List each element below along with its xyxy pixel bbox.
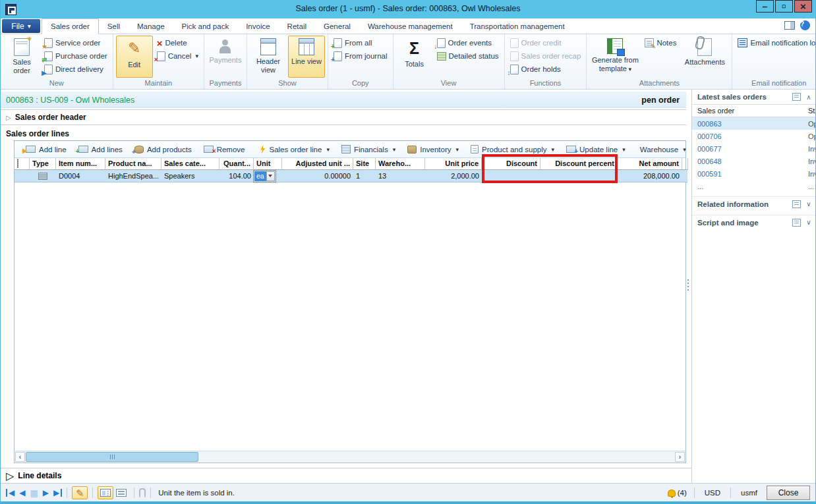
edit-button[interactable]: Edit xyxy=(116,36,153,78)
sales-order-link[interactable]: 000677 xyxy=(692,145,803,153)
column-header-adjusted-unit[interactable]: Adjusted unit ... xyxy=(282,158,353,170)
attachments-button[interactable]: Attachments xyxy=(680,36,729,78)
details-view-toggle[interactable] xyxy=(98,486,113,499)
minimize-button[interactable] xyxy=(756,0,774,13)
expand-chevron-icon[interactable] xyxy=(805,200,813,208)
latest-row[interactable]: 000648 Invo xyxy=(692,155,816,167)
latest-row[interactable]: 000706 Ope xyxy=(692,130,816,142)
notifications-bell-icon[interactable] xyxy=(668,490,676,497)
close-window-button[interactable] xyxy=(794,0,812,13)
previous-record-button[interactable] xyxy=(19,489,25,497)
header-view-button[interactable]: Header view xyxy=(250,36,287,78)
tab-warehouse-management[interactable]: Warehouse management xyxy=(359,18,461,34)
warehouse-menu[interactable]: Warehouse xyxy=(634,142,692,157)
scroll-left-button[interactable] xyxy=(15,452,25,462)
tab-sales-order[interactable]: Sales order xyxy=(42,18,99,34)
latest-row[interactable]: 000591 Invo xyxy=(692,167,816,180)
sales-order-link[interactable]: 000591 xyxy=(692,170,803,178)
grid-row-selected[interactable]: D0004 HighEndSpea... Speakers 104.00 ea … xyxy=(15,170,685,182)
related-information-header[interactable]: Related information xyxy=(692,196,816,211)
column-header-product-name[interactable]: Product na... xyxy=(105,158,161,170)
cell-adjusted-unit[interactable]: 0.00000 xyxy=(282,170,353,182)
scrollbar-thumb[interactable] xyxy=(26,452,198,462)
panel-icon[interactable] xyxy=(792,200,801,208)
latest-sales-orders-header[interactable]: Latest sales orders xyxy=(692,90,816,104)
panel-splitter-handle[interactable] xyxy=(687,279,690,291)
from-all-button[interactable]: From all xyxy=(331,36,390,49)
unit-value[interactable]: ea xyxy=(254,171,266,181)
add-lines-button[interactable]: Add lines xyxy=(73,142,129,157)
edit-mode-toggle[interactable] xyxy=(72,486,88,499)
script-and-image-header[interactable]: Script and image xyxy=(692,215,816,229)
cell-quantity[interactable]: 104.00 xyxy=(219,170,254,182)
cell-site[interactable]: 1 xyxy=(353,170,376,182)
tab-invoice[interactable]: Invoice xyxy=(237,18,278,34)
column-header-unit[interactable]: Unit xyxy=(254,158,282,170)
sales-order-line-menu[interactable]: Sales order line xyxy=(253,142,335,157)
direct-delivery-button[interactable]: Direct delivery xyxy=(42,63,110,76)
tab-sell[interactable]: Sell xyxy=(99,18,129,34)
sales-order-link[interactable]: 000863 xyxy=(692,120,803,128)
line-details-section[interactable]: Line details xyxy=(1,468,691,483)
totals-button[interactable]: Totals xyxy=(396,36,433,78)
cell-discount[interactable] xyxy=(482,170,540,182)
delete-button[interactable]: Delete xyxy=(154,36,201,49)
column-header-type[interactable]: Type xyxy=(30,158,56,170)
update-line-menu[interactable]: Update line xyxy=(560,142,631,157)
select-all-checkbox[interactable] xyxy=(17,159,18,168)
grid-view-toggle[interactable] xyxy=(113,486,129,499)
maximize-button[interactable] xyxy=(775,0,793,13)
generate-from-template-button[interactable]: Generate from template xyxy=(589,36,641,78)
company-indicator[interactable]: usmf xyxy=(736,489,763,497)
service-order-button[interactable]: Service order xyxy=(42,36,110,49)
panel-icon[interactable] xyxy=(792,219,801,227)
sales-order-link[interactable]: 000706 xyxy=(692,132,803,140)
cell-net-amount[interactable]: 208,000.00 xyxy=(618,170,682,182)
help-icon[interactable] xyxy=(800,20,810,30)
product-and-supply-menu[interactable]: Product and supply xyxy=(465,142,560,157)
add-line-button[interactable]: Add line xyxy=(20,142,73,157)
purchase-order-button[interactable]: Purchase order xyxy=(42,49,110,63)
unit-combobox[interactable]: ea xyxy=(254,171,275,181)
tab-retail[interactable]: Retail xyxy=(279,18,315,34)
grid-horizontal-scrollbar[interactable] xyxy=(15,451,685,462)
cell-unit[interactable]: ea xyxy=(254,170,282,182)
cancel-button[interactable]: Cancel xyxy=(154,49,201,63)
column-header-sales-category[interactable]: Sales cate... xyxy=(161,158,219,170)
notes-button[interactable]: Notes xyxy=(642,36,679,49)
column-header-unit-price[interactable]: Unit price xyxy=(425,158,482,170)
column-header-discount-percent[interactable]: Discount percent xyxy=(540,158,618,170)
order-holds-button[interactable]: Order holds xyxy=(508,63,584,76)
latest-row-more[interactable]: ... ... xyxy=(692,180,816,192)
inventory-menu[interactable]: Inventory xyxy=(401,142,465,157)
first-record-button[interactable] xyxy=(6,489,15,497)
expander-icon[interactable] xyxy=(6,114,11,121)
detailed-status-button[interactable]: Detailed status xyxy=(434,49,502,63)
column-header-site[interactable]: Site xyxy=(353,158,376,170)
panel-icon[interactable] xyxy=(792,93,801,101)
close-form-button[interactable]: Close xyxy=(767,486,810,500)
latest-row[interactable]: 000863 Ope xyxy=(692,117,816,130)
remove-button[interactable]: Remove xyxy=(198,142,251,157)
next-record-button[interactable] xyxy=(43,489,49,497)
attachment-status-icon[interactable] xyxy=(139,488,146,497)
financials-menu[interactable]: Financials xyxy=(335,142,401,157)
cell-product-name[interactable]: HighEndSpea... xyxy=(105,170,161,182)
cell-warehouse[interactable]: 13 xyxy=(376,170,425,182)
notification-count[interactable]: (4) xyxy=(678,489,687,497)
sales-order-header-section[interactable]: Sales order header xyxy=(1,109,686,125)
unit-dropdown-button[interactable] xyxy=(266,171,275,181)
sales-order-button[interactable]: Sales order xyxy=(3,36,40,78)
cell-unit-price[interactable]: 2,000.00 xyxy=(425,170,482,182)
column-header-quantity[interactable]: Quant... xyxy=(219,158,254,170)
cell-item-number[interactable]: D0004 xyxy=(56,170,105,182)
column-header-net-amount[interactable]: Net amount xyxy=(618,158,682,170)
tab-manage[interactable]: Manage xyxy=(129,18,173,34)
from-journal-button[interactable]: From journal xyxy=(331,49,390,63)
order-events-button[interactable]: Order events xyxy=(434,36,502,49)
latest-row[interactable]: 000677 Invo xyxy=(692,142,816,155)
expander-icon[interactable] xyxy=(6,470,14,482)
sales-order-link[interactable]: 000648 xyxy=(692,157,803,165)
grid-view-records-icon[interactable] xyxy=(30,489,38,497)
last-record-button[interactable] xyxy=(53,489,62,497)
